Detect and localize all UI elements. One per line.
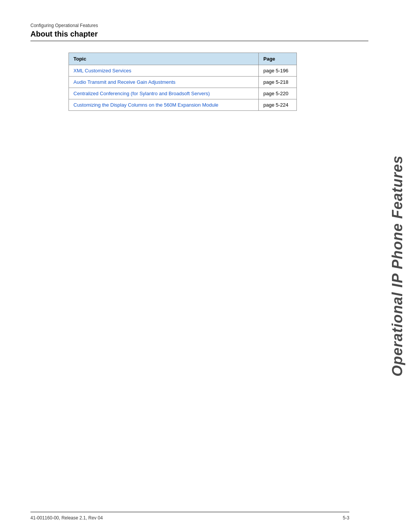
- footer: 41-001160-00, Release 2.1, Rev 04 5-3: [30, 512, 349, 521]
- toc-page-cell: page 5-218: [259, 77, 297, 88]
- toc-table: Topic Page XML Customized Servicespage 5…: [68, 53, 297, 111]
- toc-row: Centralized Conferencing (for Sylantro a…: [69, 88, 297, 99]
- toc-page-cell: page 5-224: [259, 99, 297, 111]
- toc-page-cell: page 5-220: [259, 88, 297, 99]
- toc-header-row: Topic Page: [69, 53, 297, 65]
- toc-topic-link[interactable]: XML Customized Services: [73, 68, 131, 73]
- main-content: Configuring Operational Features About t…: [0, 0, 384, 532]
- toc-topic-cell: Centralized Conferencing (for Sylantro a…: [69, 88, 259, 99]
- toc-topic-link[interactable]: Audio Transmit and Receive Gain Adjustme…: [73, 79, 175, 85]
- toc-topic-cell: Audio Transmit and Receive Gain Adjustme…: [69, 77, 259, 88]
- toc-row: Customizing the Display Columns on the 5…: [69, 99, 297, 111]
- chapter-title: About this chapter: [30, 30, 368, 38]
- header-divider: [30, 41, 368, 41]
- header-section: Configuring Operational Features About t…: [30, 23, 368, 41]
- toc-topic-cell: Customizing the Display Columns on the 5…: [69, 99, 259, 111]
- col-page-header: Page: [259, 53, 297, 65]
- breadcrumb: Configuring Operational Features: [30, 23, 368, 28]
- col-topic-header: Topic: [69, 53, 259, 65]
- toc-row: Audio Transmit and Receive Gain Adjustme…: [69, 77, 297, 88]
- toc-topic-cell: XML Customized Services: [69, 65, 259, 77]
- page-container: Operational IP Phone Features Configurin…: [0, 0, 411, 532]
- toc-topic-link[interactable]: Centralized Conferencing (for Sylantro a…: [73, 91, 210, 96]
- toc-topic-link[interactable]: Customizing the Display Columns on the 5…: [73, 102, 218, 108]
- side-title-bar: Operational IP Phone Features: [384, 0, 411, 532]
- toc-row: XML Customized Servicespage 5-196: [69, 65, 297, 77]
- side-title-text: Operational IP Phone Features: [389, 155, 406, 377]
- footer-left: 41-001160-00, Release 2.1, Rev 04: [30, 515, 103, 521]
- toc-page-cell: page 5-196: [259, 65, 297, 77]
- footer-right: 5-3: [343, 515, 349, 521]
